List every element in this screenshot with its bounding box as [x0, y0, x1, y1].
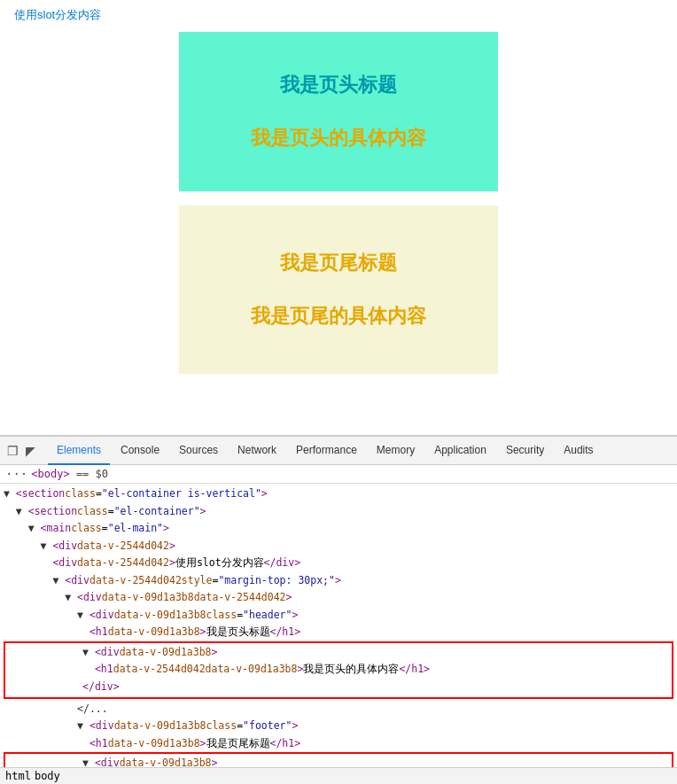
page-title: 使用slot分发内容: [14, 7, 663, 23]
footer-box: 我是页尾标题 我是页尾的具体内容: [179, 206, 498, 374]
header-box: 我是页头标题 我是页头的具体内容: [179, 32, 498, 191]
header-box-title: 我是页头标题: [280, 72, 397, 98]
header-box-content: 我是页头的具体内容: [251, 125, 426, 151]
page-content: 使用slot分发内容 我是页头标题 我是页头的具体内容 我是页尾标题 我是页尾的…: [0, 0, 677, 374]
footer-box-content: 我是页尾的具体内容: [251, 303, 426, 330]
footer-box-title: 我是页尾标题: [280, 250, 397, 276]
